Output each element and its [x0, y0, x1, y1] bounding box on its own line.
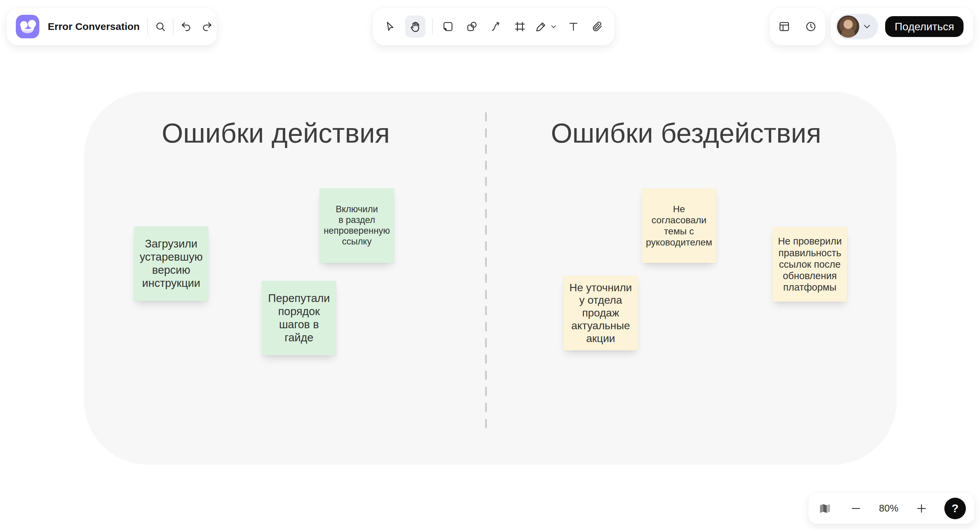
board-title[interactable]: Error Conversation [48, 21, 140, 32]
plus-icon [915, 503, 928, 514]
history-button[interactable] [802, 18, 819, 35]
layout-panel-button[interactable] [776, 18, 793, 35]
account-share-pill: Поделиться [831, 8, 974, 45]
map-icon [818, 501, 832, 516]
tools-toolbar [372, 8, 615, 45]
shapes-tool-button[interactable] [463, 18, 480, 35]
share-button[interactable]: Поделиться [885, 16, 964, 37]
connector-tool-button[interactable] [487, 18, 505, 35]
pen-tool-button[interactable] [535, 21, 558, 33]
chevron-down-icon [862, 22, 872, 32]
sticky-note[interactable]: Загрузили устаревшую версию инструкции [134, 226, 208, 301]
zoom-in-button[interactable] [913, 500, 929, 517]
dashed-divider-line[interactable] [485, 111, 487, 434]
divider [147, 18, 148, 35]
pencil-icon [535, 21, 547, 33]
column-title-inaction-errors[interactable]: Ошибки бездействия [551, 117, 821, 149]
search-icon [154, 21, 167, 33]
view-controls-pill [770, 8, 826, 45]
select-tool-button[interactable] [381, 18, 399, 35]
help-button[interactable]: ? [944, 498, 966, 519]
redo-button[interactable] [199, 18, 216, 35]
sticky-note[interactable]: Включили в раздел непроверенную ссылку [320, 188, 394, 263]
undo-button[interactable] [177, 18, 195, 35]
divider [432, 18, 433, 35]
search-button[interactable] [152, 18, 169, 35]
sticky-note[interactable]: Не уточнили у отдела продаж актуальные а… [563, 276, 638, 350]
redo-icon [201, 21, 213, 33]
connector-icon [490, 21, 502, 33]
cursor-icon [384, 21, 396, 33]
zoom-out-button[interactable] [848, 500, 864, 517]
hand-tool-button[interactable] [405, 16, 425, 38]
column-title-action-errors[interactable]: Ошибки действия [162, 117, 390, 149]
attachment-tool-button[interactable] [589, 18, 606, 35]
divider [173, 18, 173, 35]
text-icon [567, 21, 579, 33]
chevron-down-icon [549, 22, 558, 31]
shapes-icon [466, 21, 478, 33]
sticky-note[interactable]: Не согласовали темы с руководителем [642, 188, 716, 263]
avatar [837, 16, 859, 38]
frame-icon [514, 21, 526, 33]
sticky-note[interactable]: Перепутали порядок шагов в гайде [262, 281, 336, 355]
undo-icon [180, 21, 192, 33]
user-menu[interactable] [835, 14, 878, 39]
sticky-note[interactable]: Не проверили правильность ссылок после о… [773, 227, 847, 302]
layout-panel-icon [778, 21, 790, 33]
paperclip-icon [591, 21, 603, 33]
zoom-level[interactable]: 80% [879, 503, 898, 514]
question-mark: ? [952, 502, 959, 515]
app-logo[interactable] [16, 15, 39, 38]
sticky-note-icon [442, 21, 454, 33]
text-tool-button[interactable] [565, 18, 582, 35]
clock-icon [805, 21, 817, 33]
hand-icon [409, 20, 422, 33]
board-header-pill: Error Conversation [6, 8, 217, 45]
minus-icon [850, 503, 862, 514]
frame-tool-button[interactable] [511, 18, 529, 35]
zoom-controls-pill: 80% ? [808, 493, 975, 524]
sticky-note-tool-button[interactable] [439, 18, 457, 35]
minimap-button[interactable] [817, 500, 833, 517]
